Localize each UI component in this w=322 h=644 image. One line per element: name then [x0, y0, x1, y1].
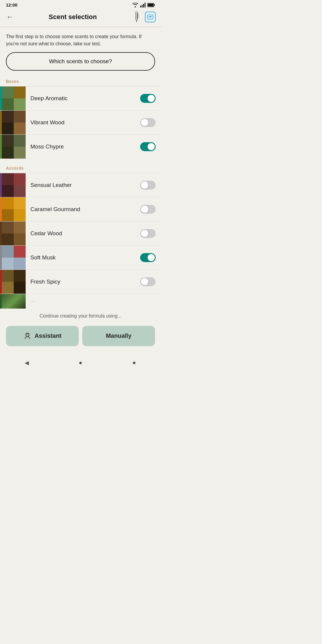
bottom-buttons: Assistant Manually [0, 326, 161, 352]
toggle-cedar-wood[interactable] [140, 229, 156, 238]
section-spacer [0, 159, 161, 165]
status-icons [132, 3, 155, 7]
scent-thumb-vibrant-wood [2, 111, 26, 134]
svg-point-15 [28, 335, 29, 335]
scent-label-fresh-spicy: Fresh Spicy [26, 278, 140, 285]
assistant-label: Assistant [35, 332, 61, 339]
manually-label: Manually [106, 332, 131, 339]
svg-rect-2 [143, 4, 144, 7]
scent-row-fresh-spicy: Fresh Spicy [0, 270, 161, 294]
back-button[interactable]: ← [5, 12, 14, 22]
svg-rect-3 [145, 3, 145, 7]
scent-row-moss-chypre: Moss Chypre [0, 134, 161, 159]
svg-rect-6 [148, 4, 154, 6]
scent-label-soft-musk: Soft Musk [26, 254, 140, 261]
scent-thumb-caramel-gourmand [2, 197, 26, 221]
svg-point-12 [150, 16, 151, 18]
manually-button[interactable]: Manually [82, 326, 155, 346]
svg-point-14 [26, 335, 27, 335]
which-scents-button[interactable]: Which scents to choose? [6, 52, 155, 71]
scent-row-deep-aromatic: Deep Aromatic [0, 86, 161, 110]
continue-text: Continue creating your formula using... [6, 313, 155, 319]
section-label-accords: Accords [0, 165, 161, 173]
scent-label-sensual-leather: Sensual Leather [26, 182, 140, 188]
partial-row: ··· [0, 294, 161, 309]
signal-icon [140, 3, 145, 7]
sys-nav-recent[interactable]: ■ [128, 357, 140, 369]
scent-row-caramel-gourmand: Caramel Gourmand [0, 197, 161, 221]
svg-rect-0 [140, 6, 141, 7]
top-nav: ← Scent selection [0, 9, 161, 27]
scent-row-cedar-wood: Cedar Wood [0, 221, 161, 245]
scent-row-sensual-leather: Sensual Leather [0, 173, 161, 197]
toggle-fresh-spicy[interactable] [140, 277, 156, 286]
toggle-sensual-leather[interactable] [140, 181, 156, 190]
device-icon-diffuser[interactable] [145, 12, 156, 22]
toggle-vibrant-wood[interactable] [140, 118, 156, 127]
scent-thumb-soft-musk [2, 246, 26, 270]
scent-thumb-fresh-spicy [2, 270, 26, 294]
nav-actions [131, 12, 156, 22]
scent-thumb-moss-chypre [2, 135, 26, 159]
svg-rect-5 [154, 4, 155, 6]
scent-label-caramel-gourmand: Caramel Gourmand [26, 206, 140, 213]
sys-nav-home[interactable]: ● [75, 357, 86, 369]
battery-icon [147, 3, 155, 7]
scent-label-moss-chypre: Moss Chypre [26, 143, 140, 150]
status-bar: 12:00 [0, 0, 161, 9]
toggle-deep-aromatic[interactable] [140, 94, 156, 103]
scent-row-vibrant-wood: Vibrant Wood [0, 110, 161, 134]
device-icon-stick[interactable] [131, 12, 142, 22]
scent-label-vibrant-wood: Vibrant Wood [26, 119, 140, 126]
assistant-icon [23, 332, 32, 340]
wifi-icon [132, 3, 138, 7]
scent-label-deep-aromatic: Deep Aromatic [26, 95, 140, 102]
intro-text: The first step is to choose some scents … [0, 27, 161, 52]
toggle-moss-chypre[interactable] [140, 142, 156, 151]
scent-thumb-deep-aromatic [2, 86, 26, 110]
toggle-caramel-gourmand[interactable] [140, 205, 156, 214]
section-label-bases: Bases [0, 78, 161, 86]
scent-label-cedar-wood: Cedar Wood [26, 230, 140, 237]
status-time: 12:00 [6, 2, 17, 7]
scent-row-soft-musk: Soft Musk [0, 245, 161, 270]
page-title: Scent selection [14, 13, 131, 21]
scent-thumb-cedar-wood [2, 222, 26, 245]
sys-nav-back[interactable]: ◀ [21, 357, 33, 369]
svg-rect-1 [142, 5, 143, 7]
system-nav-bar: ◀ ● ■ [0, 352, 161, 375]
scent-thumb-sensual-leather [2, 173, 26, 197]
assistant-button[interactable]: Assistant [6, 326, 79, 346]
toggle-soft-musk[interactable] [140, 253, 156, 262]
continue-area: Continue creating your formula using... [0, 309, 161, 326]
